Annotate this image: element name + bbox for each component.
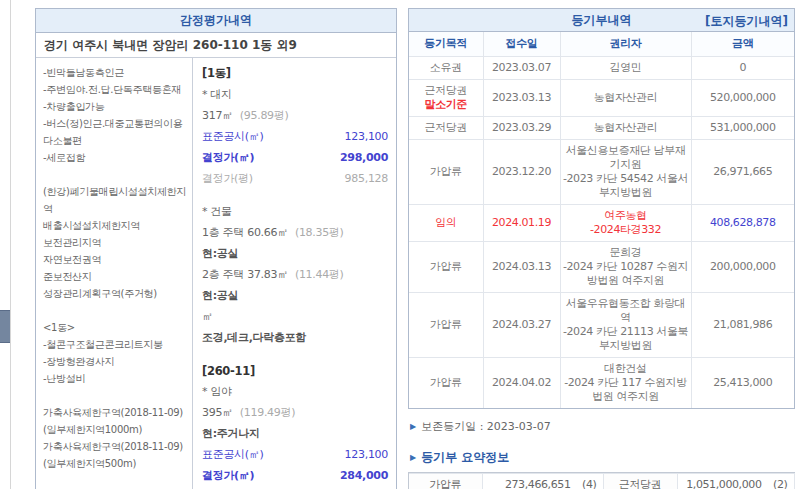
detail-text: 현:공실 (202, 247, 238, 260)
registry-amount-cell: 26,971,665 (691, 139, 794, 204)
detail-text: * 대지 (202, 88, 232, 101)
registry-row: 가압류2024.03.27서울우유협동조합 화랑대 역 -2024 카단 211… (409, 292, 794, 357)
appraisal-detail-row: 현:공실 (202, 285, 388, 306)
registry-summary-table: 가압류273,466,651(4)근저당권1,051,000,000(2)소유권… (409, 473, 795, 489)
registry-header-row: 등기목적접수일권리자금액 (409, 32, 794, 56)
registry-table: 등기목적접수일권리자금액 소유권2023.03.07김영민0근저당권말소기준20… (409, 32, 794, 408)
appraisal-detail-row: 표준공시(㎡)123,100 (202, 126, 388, 147)
registry-amount-cell: 25,413,000 (691, 357, 794, 408)
registry-amount-cell: 408,628,878 (691, 204, 794, 241)
registry-purpose-cell: 근저당권말소기준 (409, 79, 483, 116)
appraisal-detail-row: 결정가(㎡)284,000 (202, 465, 388, 486)
land-registry-link[interactable]: [토지등기내역] (705, 9, 788, 33)
registry-date-cell: 2024.04.02 (483, 357, 560, 408)
detail-value: 123,100 (345, 448, 388, 461)
appraisal-detail-row: ㎡ (202, 306, 388, 327)
detail-label: 결정가(㎡) (202, 468, 254, 483)
registry-holder-cell: 농협자산관리 (560, 79, 691, 116)
summary-label-cell: 가압류 (409, 473, 482, 489)
detail-text-pyeong: (18.35평) (295, 226, 344, 239)
registry-column-header: 등기목적 (409, 32, 483, 56)
registry-column-header: 권리자 (560, 32, 691, 56)
registry-amount-cell: 531,000,000 (691, 116, 794, 139)
registry-table-wrap: 등기목적접수일권리자금액 소유권2023.03.07김영민0근저당권말소기준20… (408, 32, 795, 409)
registry-row: 가압류2024.04.02대한건설 -2024 카단 117 수원지방 법원 여… (409, 357, 794, 408)
registry-holder-cell: 서울신용보증재단 남부재 기지원 -2023 카단 54542 서울서 부지방법… (560, 139, 691, 204)
detail-label: 결정가(㎡) (202, 150, 254, 165)
appraisal-detail-row: 현:주거나지 (202, 423, 388, 444)
summary-amount: 1,051,000,000 (686, 478, 761, 489)
detail-text: 1층 주택 60.66㎡ (202, 226, 288, 239)
registry-holder-cell: 서울우유협동조합 화랑대 역 -2024 카단 21113 서울북 부지방법원 (560, 292, 691, 357)
detail-value: 284,000 (340, 469, 388, 482)
purpose-note: 말소기준 (411, 98, 481, 112)
preservation-date: 보존등기일 : 2023-03-07 (421, 419, 551, 434)
registry-panel-header: 등기부내역 [토지등기내역] (408, 8, 795, 32)
summary-count: (4) (571, 478, 597, 489)
registry-summary-wrap: 가압류273,466,651(4)근저당권1,051,000,000(2)소유권… (408, 472, 795, 489)
detail-text: 현:공실 (202, 289, 238, 302)
summary-count: (2) (762, 478, 788, 489)
registry-amount-cell: 520,000,000 (691, 79, 794, 116)
registry-date-cell: 2023.03.07 (483, 56, 560, 79)
appraisal-detail-row: 표준공시(㎡)123,100 (202, 444, 388, 465)
registry-row: 소유권2023.03.07김영민0 (409, 56, 794, 79)
appraisal-detail-row: 1층 주택 60.66㎡(18.35평) (202, 222, 388, 243)
registry-date-cell: 2024.01.19 (483, 204, 560, 241)
detail-text: 395㎡ (202, 406, 233, 419)
detail-text-pyeong: (11.44평) (295, 268, 344, 281)
registry-date-cell: 2024.03.27 (483, 292, 560, 357)
cropped-panel-fragment (0, 310, 10, 343)
detail-value: 123,100 (345, 130, 388, 143)
registry-amount-cell: 0 (691, 56, 794, 79)
appraisal-detail-row: 결정가(㎡)298,000 (202, 147, 388, 168)
summary-row: 가압류273,466,651(4)근저당권1,051,000,000(2) (409, 473, 794, 489)
bullet-icon: ▶ (410, 422, 416, 431)
registry-summary-title: 등기부 요약정보 (421, 449, 509, 466)
summary-amount-cell: 273,466,651(4) (482, 473, 603, 489)
bullet-icon: ▶ (410, 453, 416, 462)
detail-label: 표준공시(㎡) (202, 129, 263, 144)
registry-holder-cell: 농협자산관리 (560, 116, 691, 139)
registry-date-cell: 2023.12.20 (483, 139, 560, 204)
appraisal-detail-row (202, 348, 388, 360)
detail-text: [1동] (202, 66, 231, 80)
registry-holder-cell: 문희경 -2024 카단 10287 수원지 방법원 여주지원 (560, 241, 691, 292)
registry-date-cell: 2023.03.13 (483, 79, 560, 116)
appraisal-detail-row: [1동] (202, 63, 388, 84)
registry-date-cell: 2023.03.29 (483, 116, 560, 139)
registry-amount-cell: 21,081,986 (691, 292, 794, 357)
appraisal-detail-row: 조경,데크,다락층포함 (202, 327, 388, 348)
registry-purpose-cell: 근저당권 (409, 116, 483, 139)
appraisal-panel: 감정평가내역 경기 여주시 북내면 장암리 260-110 1동 외9 -빈막들… (35, 8, 397, 489)
appraisal-panel-header: 감정평가내역 (36, 9, 396, 33)
appraisal-detail-row: 317㎡(95.89평) (202, 105, 388, 126)
appraisal-body: -빈막들남동측인근 -주변임야.전.답.단독주택등혼재 -차량출입가능 -버스(… (36, 58, 396, 489)
summary-amount: 273,466,651 (505, 478, 571, 489)
registry-title: 등기부내역 (572, 12, 632, 29)
detail-text: 조경,데크,다락층포함 (202, 331, 306, 344)
detail-text-pyeong: (119.49평) (240, 406, 295, 419)
registry-holder-cell: 대한건설 -2024 카단 117 수원지방 법원 여주지원 (560, 357, 691, 408)
appraisal-title: 감정평가내역 (180, 12, 252, 29)
appraisal-detail: [1동]* 대지317㎡(95.89평)표준공시(㎡)123,100결정가(㎡)… (193, 58, 396, 489)
appraisal-detail-row (202, 189, 388, 201)
registry-column-header: 접수일 (483, 32, 560, 56)
registry-date-cell: 2024.03.13 (483, 241, 560, 292)
preservation-date-line: ▶ 보존등기일 : 2023-03-07 (410, 419, 795, 434)
registry-row: 근저당권2023.03.29농협자산관리531,000,000 (409, 116, 794, 139)
appraisal-notes: -빈막들남동측인근 -주변임야.전.답.단독주택등혼재 -차량출입가능 -버스(… (36, 58, 193, 489)
detail-text: 현:주거나지 (202, 427, 260, 440)
detail-text: * 건물 (202, 205, 232, 218)
summary-amount-cell: 1,051,000,000(2) (677, 473, 794, 489)
registry-purpose-cell: 소유권 (409, 56, 483, 79)
registry-holder-cell: 김영민 (560, 56, 691, 79)
appraisal-detail-row: 2층 주택 37.83㎡(11.44평) (202, 264, 388, 285)
registry-row: 가압류2024.03.13문희경 -2024 카단 10287 수원지 방법원 … (409, 241, 794, 292)
registry-purpose-cell: 임의 (409, 204, 483, 241)
cropped-panel-divider (10, 0, 11, 489)
registry-purpose-cell: 가압류 (409, 139, 483, 204)
detail-label: 결정가(평) (202, 171, 253, 186)
appraisal-detail-row: * 건물 (202, 201, 388, 222)
registry-column-header: 금액 (691, 32, 794, 56)
